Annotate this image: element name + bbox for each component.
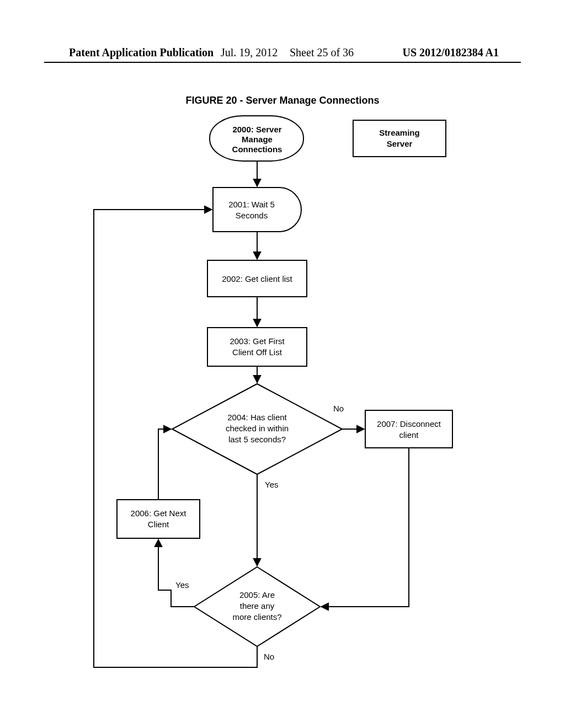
node-2000-text-l1: 2000: Server bbox=[232, 125, 281, 134]
node-2004-has-client-checked-in: 2004: Has client checked in within last … bbox=[172, 384, 342, 474]
edge-2006-2004 bbox=[158, 429, 171, 500]
node-2003-get-first-client: 2003: Get First Client Off List bbox=[207, 328, 307, 366]
node-2006-text-l2: Client bbox=[148, 520, 169, 529]
node-2005-text-l3: more clients? bbox=[232, 612, 281, 622]
header-rule bbox=[44, 62, 521, 63]
flowchart: 2000: Server Manage Connections Streamin… bbox=[0, 110, 565, 728]
node-2007-text-l2: client bbox=[399, 430, 419, 440]
label-2005-no: No bbox=[264, 652, 274, 661]
svg-rect-6 bbox=[365, 410, 452, 448]
sheet-number: Sheet 25 of 36 bbox=[290, 46, 354, 59]
node-2000-text-l3: Connections bbox=[232, 144, 282, 154]
node-2002-get-client-list: 2002: Get client list bbox=[207, 260, 307, 297]
edge-2007-2005 bbox=[321, 448, 409, 607]
node-2001-wait-5-seconds: 2001: Wait 5 Seconds bbox=[213, 188, 301, 232]
node-2001-text-l2: Seconds bbox=[236, 211, 268, 220]
node-2002-text: 2002: Get client list bbox=[222, 274, 292, 283]
node-2005-any-more-clients: 2005: Are there any more clients? bbox=[194, 567, 320, 646]
figure-title: FIGURE 20 - Server Manage Connections bbox=[0, 95, 565, 106]
node-2007-text-l1: 2007: Disconnect bbox=[377, 419, 441, 429]
publication-label: Patent Application Publication bbox=[69, 46, 214, 59]
page-root: Patent Application Publication Jul. 19, … bbox=[0, 0, 565, 728]
label-2004-yes: Yes bbox=[265, 480, 278, 489]
node-2003-text-l2: Client Off List bbox=[232, 347, 282, 357]
node-2004-text-l3: last 5 seconds? bbox=[228, 435, 286, 444]
edge-2005-yes-2006 bbox=[158, 539, 194, 607]
node-streaming-server: Streaming Server bbox=[353, 120, 446, 157]
node-2001-text-l1: 2001: Wait 5 bbox=[228, 200, 275, 209]
node-2000-server-manage-connections: 2000: Server Manage Connections bbox=[210, 116, 303, 161]
node-2006-get-next-client: 2006: Get Next Client bbox=[117, 500, 200, 538]
label-2005-yes: Yes bbox=[175, 580, 189, 590]
node-2005-text-l2: there any bbox=[240, 601, 275, 611]
edge-2004-no-2007: No bbox=[333, 404, 364, 429]
node-2003-text-l1: 2003: Get First bbox=[230, 336, 285, 346]
publication-date: Jul. 19, 2012 bbox=[221, 46, 278, 59]
node-2004-text-l2: checked in within bbox=[226, 424, 289, 433]
node-2000-text-l2: Manage bbox=[242, 135, 273, 144]
node-2005-text-l1: 2005: Are bbox=[239, 590, 275, 599]
node-2007-disconnect-client: 2007: Disconnect client bbox=[365, 410, 452, 448]
label-2004-no: No bbox=[333, 404, 344, 413]
node-streaming-text-l1: Streaming bbox=[379, 128, 419, 137]
node-2004-text-l1: 2004: Has client bbox=[227, 413, 287, 422]
publication-number: US 2012/0182384 A1 bbox=[403, 46, 499, 59]
node-streaming-text-l2: Server bbox=[387, 139, 413, 148]
node-2006-text-l1: 2006: Get Next bbox=[131, 508, 187, 518]
